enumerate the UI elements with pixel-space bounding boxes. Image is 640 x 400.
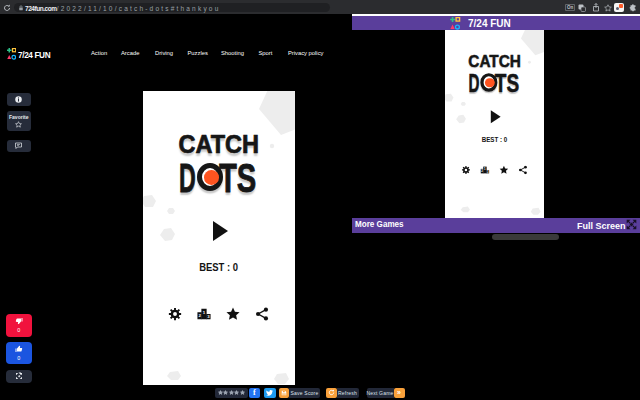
svg-text:1: 1: [484, 167, 486, 171]
svg-text:2: 2: [481, 169, 483, 173]
svg-text:On: On: [567, 5, 574, 10]
svg-text:3: 3: [486, 170, 488, 174]
